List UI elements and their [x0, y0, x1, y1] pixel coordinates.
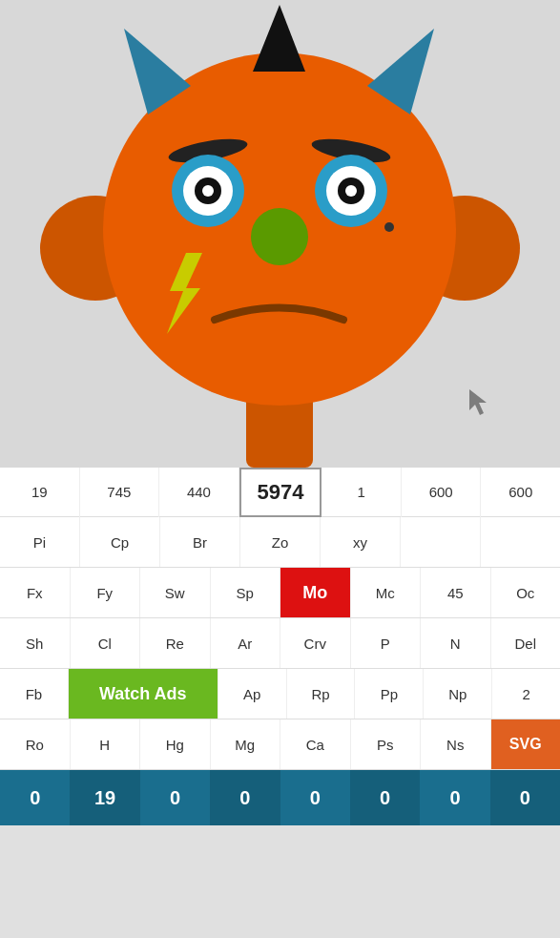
cell-mg[interactable]: Mg — [211, 719, 281, 769]
row-2: Fx Fy Sw Sp Mo Mc 45 Oc — [0, 568, 560, 618]
score-row: 0 19 0 0 0 0 0 0 — [0, 770, 560, 825]
cell-600b[interactable]: 600 — [481, 468, 560, 517]
cell-r1c6[interactable] — [401, 517, 481, 567]
grid-area: 19 745 440 5974 1 600 600 Pi Cp Br Zo xy… — [0, 468, 560, 825]
cell-sh[interactable]: Sh — [0, 618, 71, 668]
cell-xy[interactable]: xy — [321, 517, 401, 567]
cell-19[interactable]: 19 — [0, 468, 80, 517]
cell-pi[interactable]: Pi — [0, 517, 80, 567]
cell-n[interactable]: N — [421, 618, 491, 668]
score-19[interactable]: 19 — [70, 770, 139, 825]
svg-point-13 — [202, 185, 214, 197]
character-display — [0, 0, 560, 468]
cell-ro[interactable]: Ro — [0, 719, 71, 769]
cell-ca[interactable]: Ca — [280, 719, 351, 769]
score-0[interactable]: 0 — [0, 770, 70, 825]
cell-mo[interactable]: Mo — [280, 568, 351, 617]
row-5: Ro H Hg Mg Ca Ps Ns SVG — [0, 719, 560, 770]
cell-600a[interactable]: 600 — [402, 468, 482, 517]
cell-ap[interactable]: Ap — [218, 669, 287, 719]
cell-pp[interactable]: Pp — [355, 669, 424, 719]
cell-cl[interactable]: Cl — [71, 618, 141, 668]
cell-hg[interactable]: Hg — [140, 719, 211, 769]
cell-sw[interactable]: Sw — [140, 568, 211, 617]
score-0d[interactable]: 0 — [280, 770, 350, 825]
score-0e[interactable]: 0 — [350, 770, 420, 825]
score-0b[interactable]: 0 — [140, 770, 210, 825]
cell-5974[interactable]: 5974 — [239, 468, 322, 517]
cell-mc[interactable]: Mc — [351, 568, 422, 617]
cell-r1c7[interactable] — [481, 517, 560, 567]
cell-zo[interactable]: Zo — [240, 517, 321, 567]
score-0g[interactable]: 0 — [490, 770, 560, 825]
cell-np[interactable]: Np — [424, 669, 492, 719]
svg-point-18 — [251, 208, 308, 265]
cell-rp[interactable]: Rp — [287, 669, 356, 719]
watch-ads-button[interactable]: Watch Ads — [69, 669, 218, 719]
cell-ar[interactable]: Ar — [211, 618, 281, 668]
score-0f[interactable]: 0 — [420, 770, 489, 825]
cell-fx[interactable]: Fx — [0, 568, 71, 617]
cell-oc[interactable]: Oc — [491, 568, 561, 617]
cell-2[interactable]: 2 — [492, 669, 560, 719]
row-1: Pi Cp Br Zo xy — [0, 517, 560, 568]
cell-fb[interactable]: Fb — [0, 669, 69, 719]
cell-45[interactable]: 45 — [421, 568, 491, 617]
cell-440[interactable]: 440 — [159, 468, 239, 517]
cell-svg[interactable]: SVG — [491, 719, 561, 769]
cell-sp[interactable]: Sp — [211, 568, 281, 617]
character-svg — [0, 0, 560, 468]
score-0c[interactable]: 0 — [210, 770, 280, 825]
cell-cp[interactable]: Cp — [80, 517, 160, 567]
row-3: Sh Cl Re Ar Crv P N Del — [0, 618, 560, 669]
cell-del[interactable]: Del — [491, 618, 561, 668]
cell-ns[interactable]: Ns — [421, 719, 491, 769]
row-4: Fb Watch Ads Ap Rp Pp Np 2 — [0, 669, 560, 719]
cell-h[interactable]: H — [71, 719, 141, 769]
cell-fy[interactable]: Fy — [71, 568, 141, 617]
cell-ps[interactable]: Ps — [351, 719, 422, 769]
cell-br[interactable]: Br — [160, 517, 240, 567]
svg-point-19 — [384, 222, 394, 232]
svg-point-17 — [345, 185, 357, 197]
cell-crv[interactable]: Crv — [280, 618, 351, 668]
cell-p[interactable]: P — [351, 618, 422, 668]
cell-745[interactable]: 745 — [80, 468, 160, 517]
cell-re[interactable]: Re — [140, 618, 211, 668]
cell-1[interactable]: 1 — [321, 468, 402, 517]
numbers-row: 19 745 440 5974 1 600 600 — [0, 468, 560, 517]
